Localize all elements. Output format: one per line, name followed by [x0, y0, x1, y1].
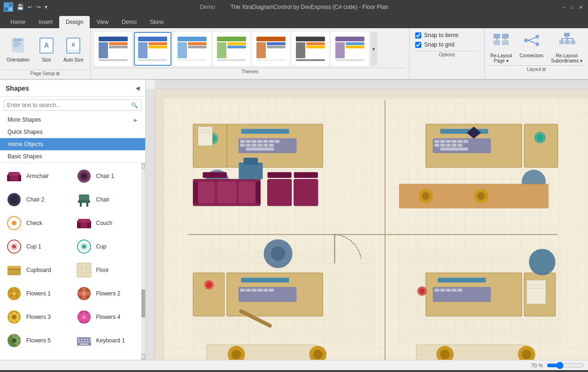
status-bar: 70 % [0, 360, 588, 370]
nav-home-objects[interactable]: Home Objects [0, 138, 145, 150]
layout-label[interactable]: Layout ⊞ [488, 65, 584, 73]
shape-cupboard[interactable]: Cupboard [2, 259, 71, 281]
maximize-button[interactable]: □ [569, 4, 576, 10]
svg-point-102 [12, 338, 16, 343]
snap-to-items-checkbox[interactable]: Snap to items [415, 32, 479, 39]
tab-skins[interactable]: Skins [143, 16, 170, 28]
zoom-slider[interactable] [547, 362, 584, 369]
svg-rect-61 [8, 266, 14, 269]
auto-size-button[interactable]: A Auto Size [61, 35, 86, 64]
svg-line-24 [528, 40, 535, 43]
tab-home[interactable]: Home [4, 16, 32, 28]
options-label[interactable]: Options [415, 51, 479, 58]
shape-flowers5[interactable]: Flowers 5 [2, 329, 71, 352]
theme-item-1[interactable] [94, 32, 132, 66]
canvas-container [146, 80, 588, 360]
orientation-button[interactable]: Orientation [4, 35, 32, 64]
svg-point-181 [477, 192, 485, 200]
theme-item-2[interactable] [134, 32, 171, 66]
quick-access-undo[interactable]: ↩ [28, 4, 32, 10]
shape-cup1[interactable]: Cup 1 [2, 235, 71, 258]
page-setup-label[interactable]: Page Setup ⊞ [4, 70, 86, 77]
shape-chair1[interactable]: Chair 1 [72, 165, 141, 187]
theme-item-4[interactable] [213, 32, 250, 66]
svg-rect-166 [217, 182, 236, 203]
svg-rect-199 [426, 273, 522, 316]
svg-rect-121 [241, 129, 289, 134]
svg-rect-151 [457, 140, 462, 143]
snap-to-items-input[interactable] [415, 32, 421, 39]
search-icon[interactable]: 🔍 [128, 100, 141, 110]
shape-flowers2[interactable]: Flowers 2 [72, 282, 141, 305]
snap-to-grid-checkbox[interactable]: Snap to grid [415, 41, 479, 48]
snap-to-grid-input[interactable] [415, 42, 421, 48]
nav-more-shapes[interactable]: More Shapes ▶ [0, 114, 145, 126]
app-icon-area: 💾 ↩ ↪ ▾ [4, 2, 47, 12]
svg-rect-183 [227, 273, 323, 316]
page-setup-content: Orientation A Size A [4, 30, 86, 70]
svg-point-22 [535, 42, 539, 46]
tab-demo[interactable]: Demo [115, 16, 143, 28]
check-icon [6, 215, 23, 232]
svg-rect-145 [440, 129, 488, 134]
shape-flowers4[interactable]: Flowers 4 [72, 306, 141, 328]
themes-scroll-btn[interactable]: ▾ [371, 32, 377, 66]
svg-rect-156 [452, 144, 456, 147]
cup-icon [76, 238, 93, 255]
svg-rect-173 [268, 172, 292, 178]
quick-access-save[interactable]: 💾 [17, 4, 24, 10]
themes-label[interactable]: Themes [94, 68, 405, 75]
nav-basic-shapes[interactable]: Basic Shapes [0, 150, 145, 163]
shapes-collapse-button[interactable]: ◂ [136, 84, 139, 93]
shapes-title: Shapes [6, 85, 29, 92]
quick-access-redo[interactable]: ↪ [36, 4, 41, 10]
orientation-icon [9, 37, 26, 56]
shape-flowers3[interactable]: Flowers 3 [2, 306, 71, 328]
svg-rect-172 [203, 172, 227, 178]
shape-chair2[interactable]: Chair 2 [2, 188, 71, 211]
svg-rect-184 [241, 278, 289, 282]
theme-item-6[interactable] [292, 32, 329, 66]
shapes-grid: Armchair Chair 1 [2, 165, 140, 352]
shape-flowers1[interactable]: Flowers 1 [2, 282, 71, 305]
svg-rect-177 [400, 184, 549, 208]
svg-rect-137 [193, 124, 227, 167]
svg-rect-135 [269, 144, 274, 147]
canvas[interactable] [164, 99, 588, 360]
nav-quick-shapes[interactable]: Quick Shapes [0, 126, 145, 138]
shape-couch[interactable]: Couch [72, 212, 141, 234]
shape-check[interactable]: Check [2, 212, 71, 234]
re-layout-subordinates-button[interactable]: Re-LayoutSubordinates ▾ [549, 30, 584, 65]
close-button[interactable]: ✕ [578, 4, 584, 10]
shape-cup[interactable]: Cup [72, 235, 141, 258]
cup1-icon [6, 238, 23, 255]
svg-rect-120 [227, 124, 323, 167]
quick-access-more[interactable]: ▾ [45, 4, 47, 10]
shape-armchair[interactable]: Armchair [2, 165, 71, 187]
svg-point-162 [537, 134, 543, 141]
tab-view[interactable]: View [90, 16, 115, 28]
auto-size-label: Auto Size [63, 57, 84, 62]
size-button[interactable]: A Size [35, 35, 58, 64]
re-layout-page-button[interactable]: Re-LayoutPage ▾ [488, 30, 514, 65]
svg-rect-119 [390, 110, 558, 232]
search-input[interactable] [4, 100, 128, 110]
svg-rect-148 [440, 140, 445, 143]
shape-keyboard1[interactable]: Keyboard 1 [72, 329, 141, 352]
svg-rect-167 [239, 182, 258, 203]
theme-item-5[interactable] [252, 32, 290, 66]
connectors-button[interactable]: Connectors [518, 30, 545, 60]
shape-chair[interactable]: Chair [72, 188, 141, 211]
canvas-area[interactable] [155, 89, 588, 360]
shapes-scroll-down[interactable]: ▼ [141, 354, 145, 360]
layout-group: Re-LayoutPage ▾ Connectors [485, 28, 588, 79]
minimize-button[interactable]: ─ [561, 4, 567, 10]
theme-item-7[interactable] [331, 32, 369, 66]
svg-rect-169 [255, 182, 260, 203]
tab-design[interactable]: Design [59, 16, 90, 28]
theme-item-3[interactable] [173, 32, 211, 66]
tab-insert[interactable]: Insert [32, 16, 59, 28]
svg-rect-202 [434, 289, 439, 292]
shape-floor[interactable]: Floor [72, 259, 141, 281]
shapes-scroll-up[interactable]: ▲ [141, 163, 145, 169]
